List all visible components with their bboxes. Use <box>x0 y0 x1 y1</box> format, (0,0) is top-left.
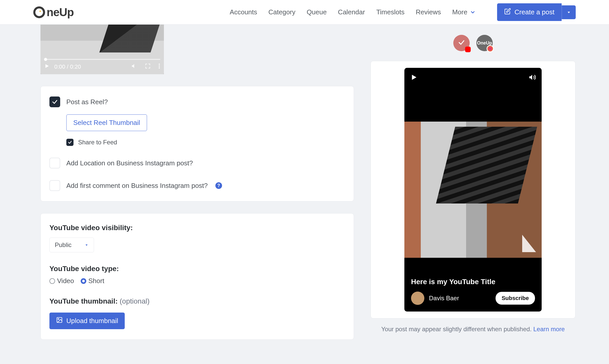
logo-text: neUp <box>47 6 74 19</box>
video-player[interactable]: 0:00 / 0:20 <box>40 25 164 74</box>
more-icon[interactable] <box>158 63 160 70</box>
nav-more-label: More <box>452 8 467 16</box>
fullscreen-icon[interactable] <box>145 63 151 70</box>
video-time: 0:00 / 0:20 <box>54 63 81 70</box>
svg-marker-0 <box>568 12 570 13</box>
account-avatar-instagram-label: OneUp <box>477 40 492 46</box>
svg-point-3 <box>159 66 160 67</box>
youtube-visibility-select[interactable]: Public <box>49 238 94 252</box>
nav-queue[interactable]: Queue <box>307 8 327 16</box>
share-to-feed-label: Share to Feed <box>78 139 117 146</box>
video-controls: 0:00 / 0:20 <box>44 63 160 71</box>
right-column: OneUp Here is my YouTube Title <box>370 25 576 358</box>
author-avatar <box>411 292 424 305</box>
play-icon[interactable] <box>410 73 418 82</box>
create-post-label: Create a post <box>514 8 554 16</box>
preview-disclaimer: Your post may appear slightly different … <box>381 326 565 333</box>
logo[interactable]: neUp <box>33 6 74 19</box>
post-as-reel-label: Post as Reel? <box>66 98 108 106</box>
youtube-type-video-radio[interactable]: Video <box>49 277 74 285</box>
help-icon[interactable]: ? <box>215 182 222 189</box>
add-location-checkbox[interactable] <box>49 158 60 168</box>
post-as-reel-checkbox[interactable] <box>49 97 60 107</box>
nav-more[interactable]: More <box>452 8 476 16</box>
add-first-comment-label: Add first comment on Business Instagram … <box>66 182 208 190</box>
svg-marker-1 <box>46 64 49 68</box>
volume-icon[interactable] <box>131 63 137 71</box>
youtube-type-short-label: Short <box>88 277 104 285</box>
nav-category[interactable]: Category <box>268 8 296 16</box>
create-post-wrap: Create a post <box>497 3 576 21</box>
left-column: 0:00 / 0:20 <box>33 25 361 358</box>
nav-links: Accounts Category Queue Calendar Timeslo… <box>230 8 476 16</box>
svg-point-7 <box>58 319 59 319</box>
svg-marker-8 <box>412 75 417 80</box>
create-post-caret[interactable] <box>562 5 576 19</box>
logo-mark-icon <box>33 6 45 18</box>
top-nav: neUp Accounts Category Queue Calendar Ti… <box>0 0 609 25</box>
chevron-down-icon <box>470 9 476 15</box>
youtube-options-card: YouTube video visibility: Public YouTube… <box>40 213 354 340</box>
svg-marker-5 <box>86 244 88 246</box>
nav-reviews[interactable]: Reviews <box>416 8 441 16</box>
learn-more-link[interactable]: Learn more <box>533 326 565 333</box>
image-icon <box>56 317 63 325</box>
volume-icon[interactable] <box>528 73 536 82</box>
youtube-visibility-value: Public <box>55 241 71 249</box>
youtube-thumb-label: YouTube thumbnail: <box>49 297 118 305</box>
disclaimer-text: Your post may appear slightly different … <box>381 326 533 333</box>
youtube-type-video-label: Video <box>57 277 74 285</box>
play-icon[interactable] <box>44 63 50 70</box>
share-to-feed-checkbox[interactable] <box>66 139 74 146</box>
youtube-thumb-optional: (optional) <box>120 297 150 305</box>
add-first-comment-checkbox[interactable] <box>49 180 60 191</box>
youtube-type-short-radio[interactable]: Short <box>81 277 104 285</box>
youtube-thumb-title: YouTube thumbnail: (optional) <box>49 297 345 305</box>
check-icon <box>458 39 465 47</box>
author-name: Davis Baer <box>429 295 459 302</box>
video-progress-bar[interactable] <box>44 59 160 60</box>
account-avatars: OneUp <box>453 35 493 51</box>
caret-down-icon <box>85 243 89 247</box>
compose-icon <box>504 8 511 16</box>
short-title: Here is my YouTube Title <box>411 278 495 286</box>
subscribe-button[interactable]: Subscribe <box>496 292 535 305</box>
svg-point-4 <box>159 67 160 69</box>
account-avatar-youtube[interactable] <box>453 35 470 51</box>
page-body: 0:00 / 0:20 <box>0 25 609 364</box>
upload-thumbnail-label: Upload thumbnail <box>66 317 118 325</box>
svg-point-2 <box>159 63 160 65</box>
youtube-type-title: YouTube video type: <box>49 265 345 273</box>
nav-accounts[interactable]: Accounts <box>230 8 257 16</box>
add-location-label: Add Location on Business Instagram post? <box>66 159 193 167</box>
preview-card: Here is my YouTube Title Davis Baer Subs… <box>371 61 575 318</box>
nav-calendar[interactable]: Calendar <box>338 8 365 16</box>
reel-options-card: Post as Reel? Select Reel Thumbnail Shar… <box>40 86 354 201</box>
youtube-visibility-title: YouTube video visibility: <box>49 224 345 232</box>
nav-timeslots[interactable]: Timeslots <box>376 8 404 16</box>
create-post-button[interactable]: Create a post <box>497 3 562 21</box>
select-reel-thumbnail-button[interactable]: Select Reel Thumbnail <box>66 114 147 131</box>
upload-thumbnail-button[interactable]: Upload thumbnail <box>49 313 125 329</box>
account-avatar-instagram[interactable]: OneUp <box>476 35 493 51</box>
youtube-short-preview: Here is my YouTube Title Davis Baer Subs… <box>404 68 542 312</box>
